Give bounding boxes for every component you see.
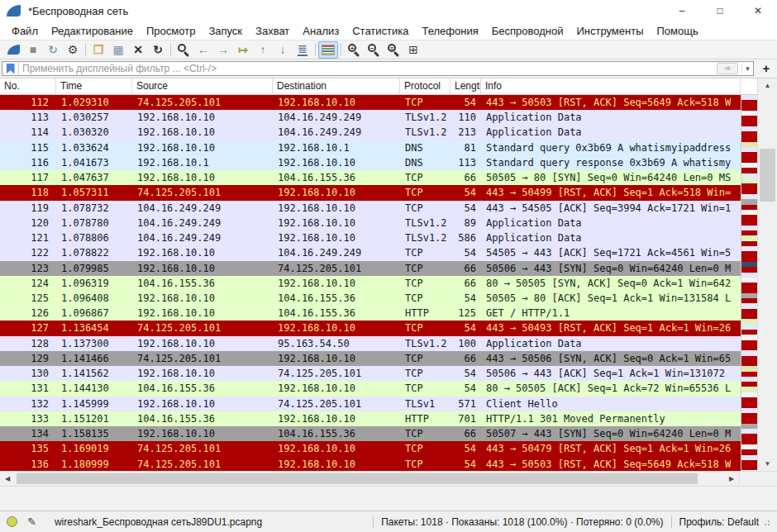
- scroll-right-button[interactable]: ▶: [724, 472, 739, 486]
- maximize-button[interactable]: □: [701, 0, 739, 21]
- zoom-normal-button[interactable]: =: [384, 41, 403, 59]
- colorize-packets-button[interactable]: [318, 41, 338, 59]
- close-button[interactable]: ✕: [739, 0, 777, 21]
- cell-info: Application Data: [481, 216, 741, 230]
- cell-dst: 192.168.10.10: [273, 441, 400, 456]
- save-file-button[interactable]: ▦: [108, 41, 128, 59]
- vertical-scrollbar[interactable]: ▲ ▼: [757, 78, 777, 471]
- capture-options-button[interactable]: ⚙: [63, 41, 83, 59]
- packet-row[interactable]: 1241.096319104.16.155.36192.168.10.10TCP…: [0, 276, 741, 291]
- column-header-info[interactable]: Info: [481, 78, 741, 94]
- cell-proto: TCP: [400, 366, 450, 381]
- go-back-button[interactable]: ←: [193, 41, 213, 59]
- filter-dropdown-button[interactable]: ▾: [741, 64, 753, 73]
- packet-row[interactable]: 1131.030257192.168.10.10104.16.249.249TL…: [0, 110, 741, 125]
- packet-row[interactable]: 1301.141562192.168.10.1074.125.205.101TC…: [0, 366, 741, 381]
- profile-label[interactable]: Профиль: Default: [679, 516, 760, 528]
- cell-proto: TLSv1: [400, 397, 450, 411]
- capture-comment-icon[interactable]: ✎: [27, 515, 36, 528]
- cell-time: 1.030257: [56, 110, 132, 125]
- menu-item-telephony[interactable]: Телефония: [415, 23, 484, 39]
- cell-info: 50506 → 443 [SYN] Seq=0 Win=64240 Len=0 …: [481, 261, 741, 276]
- packet-row[interactable]: 1151.033624192.168.10.10192.168.10.1DNS8…: [0, 140, 741, 155]
- packet-row[interactable]: 1341.158135192.168.10.10104.16.155.36TCP…: [0, 426, 741, 441]
- packet-row[interactable]: 1181.05731174.125.205.101192.168.10.10TC…: [0, 185, 741, 200]
- menu-item-edit[interactable]: Редактирование: [45, 23, 140, 39]
- packet-row[interactable]: 1201.078780104.16.249.249192.168.10.10TL…: [0, 216, 741, 230]
- packet-row[interactable]: 1351.16901974.125.205.101192.168.10.10TC…: [0, 441, 741, 456]
- menu-item-analyze[interactable]: Анализ: [296, 23, 346, 39]
- menu-item-help[interactable]: Помощь: [651, 23, 705, 39]
- column-header-destination[interactable]: Destination: [273, 78, 400, 94]
- packet-row[interactable]: 1191.078732104.16.249.249192.168.10.10TC…: [0, 201, 741, 216]
- packet-row[interactable]: 1211.078806104.16.249.249192.168.10.10TL…: [0, 230, 741, 245]
- minimize-button[interactable]: –: [663, 0, 701, 21]
- packet-row[interactable]: 1291.14146674.125.205.101192.168.10.10TC…: [0, 351, 741, 366]
- restart-capture-button[interactable]: ↻: [43, 41, 63, 59]
- packet-row[interactable]: 1361.18099974.125.205.101192.168.10.10TC…: [0, 457, 741, 471]
- cell-len: 54: [450, 321, 481, 335]
- add-filter-button[interactable]: +: [758, 61, 775, 76]
- horizontal-scrollbar[interactable]: ◀ ▶: [0, 471, 777, 486]
- packet-row[interactable]: 1331.151201104.16.155.36192.168.10.10HTT…: [0, 411, 741, 426]
- close-file-button[interactable]: ✕: [128, 41, 148, 59]
- stop-capture-button[interactable]: ■: [23, 41, 43, 59]
- packet-row[interactable]: 1221.078822192.168.10.10104.16.249.249TC…: [0, 245, 741, 260]
- packet-row[interactable]: 1141.030320192.168.10.10104.16.249.249TL…: [0, 125, 741, 140]
- display-filter-input[interactable]: [19, 63, 717, 74]
- horizontal-scroll-thumb[interactable]: [17, 473, 698, 484]
- open-file-button[interactable]: ❐: [88, 41, 108, 59]
- horizontal-scroll-track[interactable]: [15, 472, 724, 486]
- apply-filter-button[interactable]: ➔: [717, 63, 738, 74]
- status-bar: ✎ wireshark_Беспроводная сетьJ89DU1.pcap…: [0, 511, 777, 532]
- column-header-source[interactable]: Source: [132, 78, 273, 94]
- menu-item-file[interactable]: Файл: [5, 23, 45, 39]
- reload-file-button[interactable]: ↻: [148, 41, 168, 59]
- start-capture-button[interactable]: [3, 41, 23, 59]
- menu-item-capture[interactable]: Захват: [249, 23, 296, 39]
- go-to-packet-button[interactable]: ↦: [233, 41, 253, 59]
- packet-row[interactable]: 1311.144130104.16.155.36192.168.10.10TCP…: [0, 381, 741, 396]
- packet-row[interactable]: 1161.041673192.168.10.1192.168.10.10DNS1…: [0, 155, 741, 170]
- menu-item-go[interactable]: Запуск: [202, 23, 249, 39]
- menu-item-view[interactable]: Просмотр: [140, 23, 202, 39]
- packet-row[interactable]: 1281.137300192.168.10.1095.163.54.50TLSv…: [0, 336, 741, 351]
- cell-len: 66: [450, 170, 481, 185]
- column-header-length[interactable]: Length: [450, 78, 481, 94]
- filter-bookmark-button[interactable]: [2, 62, 19, 75]
- packet-row[interactable]: 1251.096408192.168.10.10104.16.155.36TCP…: [0, 291, 741, 306]
- resize-grip[interactable]: [764, 518, 772, 526]
- cell-info: 443 → 50503 [RST, ACK] Seq=5649 Ack=518 …: [481, 95, 741, 110]
- auto-scroll-button[interactable]: ≣: [293, 41, 312, 59]
- cell-time: 1.047637: [56, 170, 132, 185]
- scroll-down-button[interactable]: ▼: [758, 457, 777, 471]
- go-forward-icon: →: [217, 44, 229, 55]
- menu-item-tools[interactable]: Инструменты: [570, 23, 650, 39]
- menu-item-wireless[interactable]: Беспроводной: [485, 23, 570, 39]
- go-last-packet-button[interactable]: ↓: [273, 41, 293, 59]
- packet-row[interactable]: 1231.079985192.168.10.1074.125.205.101TC…: [0, 261, 741, 276]
- zoom-in-button[interactable]: +: [344, 41, 364, 59]
- packet-row[interactable]: 1321.145999192.168.10.1074.125.205.101TL…: [0, 397, 741, 411]
- resize-columns-button[interactable]: ⊞: [403, 41, 423, 59]
- packet-row[interactable]: 1121.02931074.125.205.101192.168.10.10TC…: [0, 95, 741, 110]
- packet-minimap[interactable]: [741, 95, 757, 471]
- column-header-no[interactable]: No.: [0, 78, 56, 94]
- cell-time: 1.151201: [56, 411, 132, 426]
- scroll-up-button[interactable]: ▲: [758, 78, 777, 93]
- find-packet-button[interactable]: [174, 41, 193, 59]
- packet-row[interactable]: 1271.13645474.125.205.101192.168.10.10TC…: [0, 321, 741, 335]
- packet-row[interactable]: 1171.047637192.168.10.10104.16.155.36TCP…: [0, 170, 741, 185]
- column-header-time[interactable]: Time: [56, 78, 132, 94]
- column-header-row: No.TimeSourceDestinationProtocolLengthIn…: [0, 78, 741, 95]
- menu-item-statistics[interactable]: Статистика: [346, 23, 415, 39]
- column-header-protocol[interactable]: Protocol: [400, 78, 450, 94]
- packet-row[interactable]: 1261.096867192.168.10.10104.16.155.36HTT…: [0, 306, 741, 321]
- vertical-scroll-track[interactable]: [758, 93, 777, 457]
- scroll-left-button[interactable]: ◀: [0, 472, 15, 486]
- expert-info-icon[interactable]: [7, 516, 17, 527]
- go-forward-button[interactable]: →: [213, 41, 233, 59]
- zoom-out-button[interactable]: −: [364, 41, 384, 59]
- go-first-packet-button[interactable]: ↑: [253, 41, 273, 59]
- vertical-scroll-thumb[interactable]: [760, 149, 775, 202]
